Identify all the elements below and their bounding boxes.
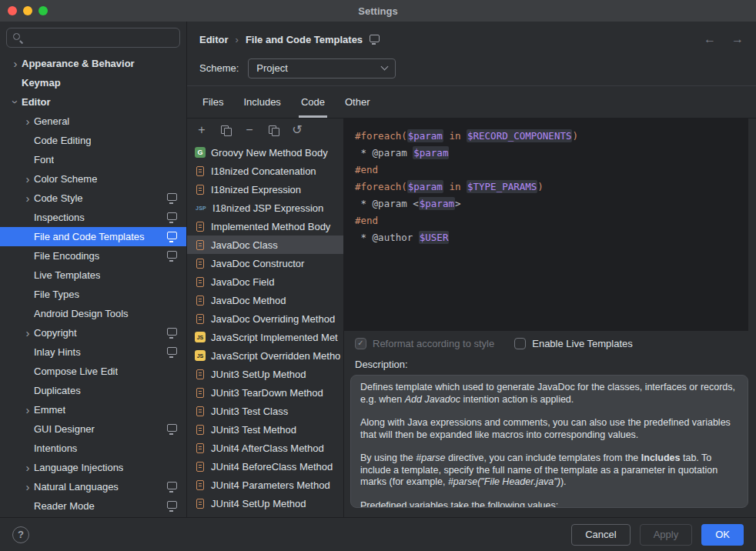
chevron-down-icon[interactable]: ›	[10, 96, 22, 109]
template-item-implemented-method-body[interactable]: Implemented Method Body	[187, 217, 343, 235]
template-item-i18nized-expression[interactable]: I18nized Expression	[187, 180, 343, 199]
sidebar-item-file-types[interactable]: File Types	[0, 285, 186, 304]
chevron-right-icon[interactable]: ›	[22, 327, 34, 339]
template-item-junit4-setup-method[interactable]: JUnit4 SetUp Method	[187, 494, 343, 513]
template-item-groovy-new-method-body[interactable]: GGroovy New Method Body	[187, 143, 343, 162]
sidebar-item-file-and-code-templates[interactable]: File and Code Templates	[0, 227, 186, 246]
template-item-junit3-test-method[interactable]: JUnit3 Test Method	[187, 420, 343, 439]
checkbox-label: Reformat according to style	[373, 338, 494, 349]
chevron-right-icon[interactable]: ›	[9, 58, 22, 69]
chevron-right-icon[interactable]: ›	[22, 173, 34, 185]
sidebar-item-color-scheme[interactable]: ›Color Scheme	[0, 169, 186, 189]
chevron-right-icon[interactable]: ›	[22, 481, 34, 493]
breadcrumb-item-editor[interactable]: Editor	[199, 34, 229, 45]
fullscreen-window-button[interactable]	[38, 6, 48, 15]
tab-code[interactable]: Code	[299, 86, 327, 118]
template-item-junit3-test-class[interactable]: JUnit3 Test Class	[187, 402, 343, 420]
sidebar-item-duplicates[interactable]: Duplicates	[0, 381, 186, 400]
description-label: Description:	[344, 354, 748, 375]
sidebar-item-label: Inlay Hints	[34, 346, 81, 358]
sidebar-item-label: Live Templates	[34, 269, 100, 281]
breadcrumb-item-file-and-code-templates[interactable]: File and Code Templates	[246, 34, 363, 45]
template-item-javadoc-method[interactable]: JavaDoc Method	[187, 291, 343, 309]
code-editor[interactable]: #foreach($param in $RECORD_COMPONENTS) *…	[344, 119, 748, 331]
sidebar-item-inlay-hints[interactable]: Inlay Hints	[0, 342, 186, 362]
sidebar-item-gui-designer[interactable]: GUI Designer	[0, 419, 186, 439]
sidebar-item-label: Inspections	[34, 212, 85, 223]
chevron-right-icon[interactable]: ›	[22, 192, 34, 204]
template-item-junit4-afterclass-method[interactable]: JUnit4 AfterClass Method	[187, 439, 343, 457]
template-item-javadoc-class[interactable]: JavaDoc Class	[187, 235, 343, 254]
sidebar-item-language-injections[interactable]: ›Language Injections	[0, 458, 186, 477]
forward-arrow-icon[interactable]: →	[731, 32, 744, 46]
template-item-junit3-setup-method[interactable]: JUnit3 SetUp Method	[187, 365, 343, 383]
tab-files[interactable]: Files	[200, 86, 226, 118]
template-item-label: I18nized Expression	[211, 184, 301, 195]
template-item-junit4-parameters-method[interactable]: JUnit4 Parameters Method	[187, 476, 343, 494]
close-window-button[interactable]	[8, 6, 17, 15]
scheme-label: Scheme:	[199, 62, 239, 74]
sidebar-item-copyright[interactable]: ›Copyright	[0, 323, 186, 342]
template-icon	[196, 222, 204, 232]
sidebar-item-intentions[interactable]: Intentions	[0, 439, 186, 458]
back-arrow-icon[interactable]: ←	[704, 32, 716, 46]
description-panel: Defines template which used to generate …	[350, 375, 748, 508]
code-line: #foreach($param in $TYPE_PARAMS)	[355, 179, 738, 195]
add-template-icon[interactable]: +	[196, 124, 208, 136]
copy-template-icon[interactable]	[267, 124, 279, 136]
sidebar-item-appearance-behavior[interactable]: ›Appearance & Behavior	[0, 54, 186, 73]
ok-button[interactable]: OK	[701, 524, 744, 546]
sidebar-item-compose-live-edit[interactable]: Compose Live Edit	[0, 362, 186, 381]
chevron-right-icon[interactable]: ›	[22, 404, 34, 416]
template-item-javadoc-field[interactable]: JavaDoc Field	[187, 272, 343, 291]
main-panel: Editor › File and Code Templates ← → Sch…	[187, 22, 756, 517]
help-button[interactable]: ?	[12, 526, 29, 543]
remove-template-icon[interactable]: −	[243, 124, 256, 136]
window-title: Settings	[358, 5, 397, 17]
chevron-right-icon[interactable]: ›	[22, 115, 34, 127]
sidebar-item-label: Duplicates	[34, 385, 81, 396]
template-item-i18nized-jsp-expression[interactable]: JSPI18nized JSP Expression	[187, 199, 343, 217]
template-item-javadoc-constructor[interactable]: JavaDoc Constructor	[187, 254, 343, 272]
sidebar-item-natural-languages[interactable]: ›Natural Languages	[0, 477, 186, 496]
settings-search[interactable]	[6, 28, 180, 48]
reset-to-default-icon[interactable]: ↺	[291, 124, 303, 136]
create-child-template-icon[interactable]	[219, 124, 232, 136]
template-item-junit4-beforeclass-method[interactable]: JUnit4 BeforeClass Method	[187, 457, 343, 476]
search-input[interactable]	[28, 32, 174, 44]
sidebar-item-editor[interactable]: ›Editor	[0, 92, 186, 112]
dialog-body: ›Appearance & BehaviorKeymap›Editor›Gene…	[0, 22, 756, 517]
sidebar-item-code-style[interactable]: ›Code Style	[0, 189, 186, 208]
template-toolbar: +−↺	[187, 119, 343, 142]
sidebar-item-font[interactable]: Font	[0, 150, 186, 169]
checkbox-enable-live-templates[interactable]: Enable Live Templates	[514, 338, 633, 349]
sidebar-item-reader-mode[interactable]: Reader Mode	[0, 496, 186, 516]
tab-includes[interactable]: Includes	[241, 86, 283, 118]
tab-other[interactable]: Other	[343, 86, 373, 118]
scheme-dropdown[interactable]: Project	[248, 58, 396, 78]
template-item-label: JavaScript Overridden Metho	[211, 350, 340, 362]
template-icon	[196, 480, 204, 490]
sidebar-item-live-templates[interactable]: Live Templates	[0, 265, 186, 285]
breadcrumb-separator: ›	[236, 34, 239, 45]
sidebar-item-inspections[interactable]: Inspections	[0, 208, 186, 227]
template-item-javadoc-overriding-method[interactable]: JavaDoc Overriding Method	[187, 309, 343, 328]
cancel-button[interactable]: Cancel	[571, 524, 630, 546]
sidebar-item-android-design-tools[interactable]: Android Design Tools	[0, 304, 186, 323]
sidebar-item-file-encodings[interactable]: File Encodings	[0, 246, 186, 265]
template-item-javascript-implemented-met[interactable]: JSJavaScript Implemented Met	[187, 328, 343, 346]
template-item-label: JUnit4 SetUp Method	[211, 498, 306, 509]
template-item-junit3-teardown-method[interactable]: JUnit3 TearDown Method	[187, 383, 343, 402]
template-item-javascript-overridden-metho[interactable]: JSJavaScript Overridden Metho	[187, 346, 343, 365]
checkbox-reformat-according-to-style: ✓Reformat according to style	[355, 338, 494, 349]
sidebar-item-code-editing[interactable]: Code Editing	[0, 131, 186, 150]
sidebar-item-general[interactable]: ›General	[0, 112, 186, 131]
sidebar-item-keymap[interactable]: Keymap	[0, 73, 186, 92]
template-item-label: JavaDoc Field	[211, 276, 274, 288]
template-item-i18nized-concatenation[interactable]: I18nized Concatenation	[187, 162, 343, 180]
settings-window: Settings ›Appearance & BehaviorKeymap›Ed…	[0, 0, 756, 551]
chevron-right-icon[interactable]: ›	[22, 462, 34, 473]
minimize-window-button[interactable]	[23, 6, 32, 15]
unchecked-checkbox-icon[interactable]	[514, 338, 526, 349]
sidebar-item-emmet[interactable]: ›Emmet	[0, 400, 186, 419]
